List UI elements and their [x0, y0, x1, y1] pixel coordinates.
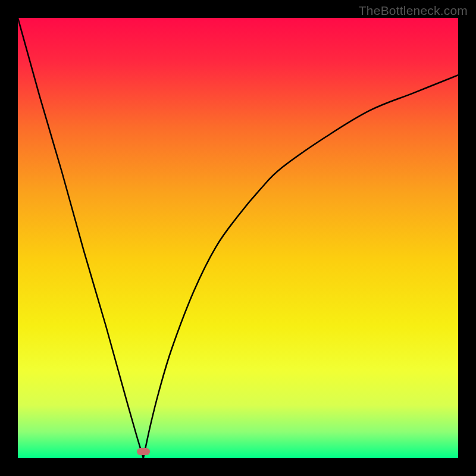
watermark: TheBottleneck.com: [359, 4, 468, 18]
chart-frame: TheBottleneck.com: [0, 0, 476, 476]
bottleneck-curve: [18, 18, 458, 458]
plot-area: [18, 18, 458, 458]
optimal-marker: [137, 448, 150, 455]
